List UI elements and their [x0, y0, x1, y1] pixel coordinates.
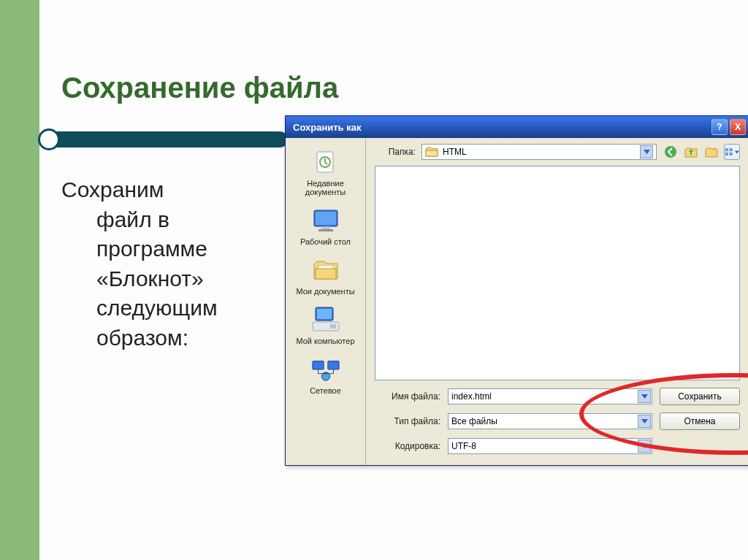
places-bar: Недавние документы Рабочий стол Мои доку… — [286, 138, 366, 465]
svg-rect-16 — [725, 148, 728, 151]
place-label: Сетевое — [310, 386, 341, 395]
up-one-level-icon[interactable] — [683, 144, 699, 160]
help-icon: ? — [717, 122, 722, 132]
dialog-titlebar[interactable]: Сохранить как ? X — [286, 116, 748, 138]
folder-toolbar — [663, 144, 740, 160]
folder-value: HTML — [443, 147, 467, 157]
left-accent-bar — [0, 0, 39, 560]
title-underline-bar — [39, 131, 288, 147]
place-recent-documents[interactable]: Недавние документы — [291, 144, 361, 199]
views-icon[interactable] — [724, 144, 740, 160]
title-bullet-circle — [38, 129, 60, 150]
folder-label: Папка: — [375, 147, 416, 157]
folder-row: Папка: HTML — [375, 144, 740, 160]
dialog-right-pane: Папка: HTML — [366, 138, 748, 465]
svg-rect-3 — [316, 212, 336, 225]
svg-rect-4 — [321, 226, 330, 229]
folder-open-icon — [425, 146, 438, 158]
body-line: следующим — [96, 294, 277, 323]
filetype-combobox[interactable]: Все файлы — [448, 413, 652, 429]
encoding-label: Кодировка: — [375, 441, 440, 451]
body-line: программе — [96, 234, 277, 264]
slide-body-text: Сохраним файл в программе «Блокнот» след… — [61, 175, 277, 353]
svg-rect-9 — [317, 309, 332, 319]
svg-rect-12 — [312, 361, 323, 369]
dialog-title: Сохранить как — [293, 122, 361, 133]
slide-title: Сохранение файла — [61, 72, 338, 104]
cancel-button-label: Отмена — [684, 416, 715, 426]
chevron-down-icon[interactable] — [638, 440, 651, 453]
file-list-area[interactable] — [375, 166, 740, 380]
save-as-dialog: Сохранить как ? X Недавние документы — [285, 115, 748, 466]
back-icon[interactable] — [663, 144, 679, 160]
svg-rect-17 — [730, 148, 733, 151]
filetype-label: Тип файла: — [375, 416, 440, 426]
encoding-value: UTF-8 — [451, 441, 476, 451]
place-label: Мои документы — [296, 287, 354, 296]
dialog-body: Недавние документы Рабочий стол Мои доку… — [286, 138, 748, 465]
save-button-label: Сохранить — [678, 391, 722, 402]
svg-rect-19 — [730, 153, 733, 156]
chevron-down-icon[interactable] — [640, 145, 653, 158]
filename-label: Имя файла: — [375, 391, 440, 402]
filename-value: index.html — [451, 391, 492, 402]
recent-documents-icon — [311, 148, 340, 176]
body-line: файл в — [96, 205, 277, 235]
body-line: «Блокнот» — [96, 264, 277, 294]
svg-rect-18 — [725, 153, 728, 156]
svg-point-15 — [665, 146, 676, 158]
chevron-down-icon[interactable] — [638, 390, 651, 403]
titlebar-buttons: ? X — [711, 119, 746, 135]
slide: Сохранение файла Сохраним файл в програм… — [54, 0, 748, 560]
my-computer-icon — [311, 306, 340, 334]
place-label: Рабочий стол — [300, 237, 351, 246]
body-line: Сохраним — [61, 177, 164, 202]
svg-rect-13 — [327, 361, 338, 369]
svg-rect-11 — [330, 324, 336, 329]
svg-rect-5 — [318, 229, 333, 231]
help-button[interactable]: ? — [711, 119, 728, 135]
chevron-down-icon[interactable] — [638, 415, 651, 428]
cancel-button[interactable]: Отмена — [660, 413, 740, 430]
close-button[interactable]: X — [730, 119, 746, 135]
place-my-documents[interactable]: Мои документы — [291, 252, 361, 299]
bottom-form: Имя файла: index.html Сохранить Тип файл… — [375, 386, 740, 456]
place-label: Недавние документы — [292, 179, 359, 196]
network-icon — [311, 356, 340, 383]
place-label: Мой компьютер — [296, 337, 354, 345]
save-button[interactable]: Сохранить — [660, 388, 740, 405]
svg-rect-7 — [316, 269, 336, 279]
new-folder-icon[interactable] — [703, 144, 720, 160]
place-desktop[interactable]: Рабочий стол — [291, 202, 361, 249]
desktop-icon — [311, 207, 340, 234]
filename-combobox[interactable]: index.html — [448, 388, 652, 404]
encoding-combobox[interactable]: UTF-8 — [448, 438, 652, 454]
filetype-value: Все файлы — [451, 416, 497, 426]
folder-combobox[interactable]: HTML — [421, 144, 657, 160]
my-documents-icon — [311, 256, 340, 284]
place-my-computer[interactable]: Мой компьютер — [291, 302, 361, 348]
close-icon: X — [735, 122, 741, 132]
place-network[interactable]: Сетевое — [291, 351, 361, 398]
body-line: образом: — [96, 323, 277, 353]
